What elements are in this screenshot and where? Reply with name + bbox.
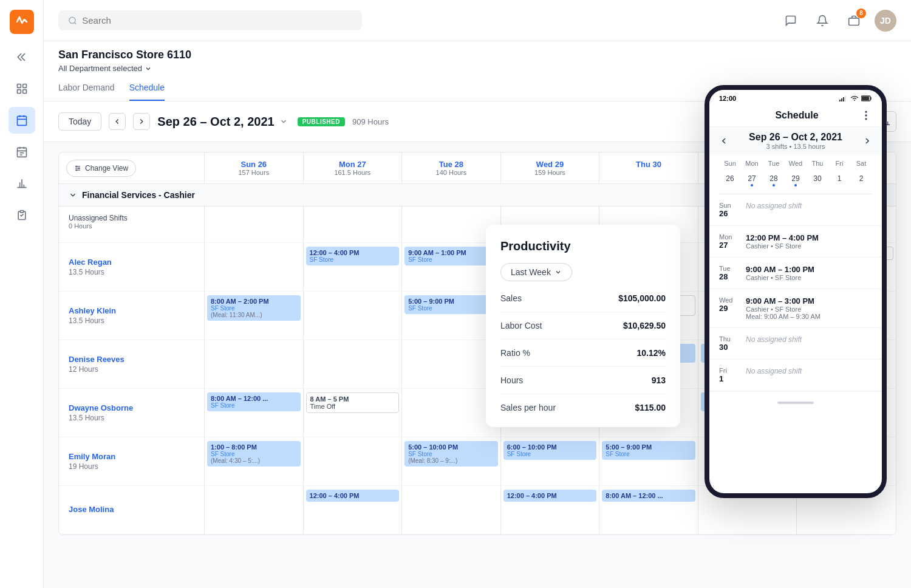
shift-jose-wed[interactable]: 12:00 – 4:00 PM bbox=[501, 486, 600, 534]
dropdown-icon[interactable] bbox=[279, 117, 288, 126]
shift-block[interactable]: 8:00 AM – 2:00 PM SF Store (Meal: 11:30 … bbox=[207, 295, 301, 321]
mobile-cal-1[interactable]: 1 bbox=[828, 172, 850, 189]
employee-name-denise[interactable]: Denise Reeves bbox=[69, 355, 194, 364]
sidebar-item-tasks[interactable] bbox=[9, 202, 35, 228]
mobile-cal-28[interactable]: 28 bbox=[763, 172, 785, 189]
search-box[interactable] bbox=[58, 10, 362, 30]
sidebar-item-reports[interactable] bbox=[9, 170, 35, 197]
shift-ashley-mon bbox=[304, 292, 403, 340]
svg-rect-1 bbox=[22, 84, 26, 88]
tab-labor-demand[interactable]: Labor Demand bbox=[58, 78, 115, 101]
shift-emily-thu[interactable]: 5:00 – 9:00 PM SF Store bbox=[599, 437, 698, 485]
shift-jose-mon[interactable]: 12:00 – 4:00 PM bbox=[304, 486, 403, 534]
productivity-row-labor: Labor Cost $10,629.50 bbox=[500, 321, 666, 340]
change-view-cell: Change View bbox=[59, 152, 205, 183]
shift-block[interactable]: 5:00 – 10:00 PM SF Store (Meal: 8:30 – 9… bbox=[404, 441, 498, 467]
mobile-prev-icon[interactable] bbox=[719, 136, 729, 146]
employee-name-alec[interactable]: Alec Regan bbox=[69, 258, 194, 267]
employee-hours-emily: 19 Hours bbox=[69, 462, 194, 471]
shift-block[interactable]: 1:00 – 8:00 PM SF Store (Meal: 4:30 – 5:… bbox=[207, 441, 301, 467]
svg-rect-15 bbox=[845, 96, 846, 101]
shift-ashley-sun[interactable]: 8:00 AM – 2:00 PM SF Store (Meal: 11:30 … bbox=[205, 292, 304, 340]
mobile-cal-29[interactable]: 29 bbox=[785, 172, 807, 189]
shift-emily-sun[interactable]: 1:00 – 8:00 PM SF Store (Meal: 4:30 – 5:… bbox=[205, 437, 304, 485]
mobile-cal-2[interactable]: 2 bbox=[850, 172, 872, 189]
chevron-down-icon[interactable] bbox=[69, 191, 77, 199]
shift-alec-mon[interactable]: 12:00 – 4:00 PM SF Store bbox=[304, 243, 403, 291]
time-off-block[interactable]: 8 AM – 5 PM Time Off bbox=[306, 392, 400, 413]
mobile-week-sub: 3 shifts • 13.5 hours bbox=[749, 143, 842, 150]
employee-info-dwayne: Dwayne Osborne 13.5 Hours bbox=[59, 389, 205, 437]
productivity-rows: Sales $105,000.00 Labor Cost $10,629.50 … bbox=[500, 293, 666, 412]
employee-info-alec: Alec Regan 13.5 Hours bbox=[59, 243, 205, 291]
list-item: Thu 30 No assigned shift bbox=[709, 328, 882, 360]
shift-block[interactable]: 12:00 – 4:00 PM SF Store bbox=[306, 247, 400, 265]
published-badge: PUBLISHED bbox=[298, 117, 345, 126]
change-view-button[interactable]: Change View bbox=[66, 160, 136, 177]
user-avatar[interactable]: JD bbox=[875, 10, 896, 32]
mobile-home-indicator bbox=[777, 402, 814, 404]
chevron-right-icon bbox=[137, 117, 146, 126]
shift-block[interactable]: 6:00 – 10:00 PM SF Store bbox=[503, 441, 597, 460]
date-range: Sep 26 – Oct 2, 2021 bbox=[157, 115, 287, 129]
shift-emily-tue[interactable]: 5:00 – 10:00 PM SF Store (Meal: 8:30 – 9… bbox=[402, 437, 501, 485]
shift-dwayne-sun[interactable]: 8:00 AM – 12:00 ... SF Store bbox=[205, 389, 304, 437]
sidebar-item-dashboard[interactable] bbox=[9, 75, 35, 102]
svg-point-7 bbox=[69, 17, 75, 23]
more-options-icon[interactable] bbox=[860, 109, 872, 121]
next-week-button[interactable] bbox=[133, 113, 150, 130]
mobile-schedule-list: Sun 26 No assigned shift Mon 27 12:00 PM… bbox=[709, 194, 882, 391]
shift-jose-thu[interactable]: 8:00 AM – 12:00 ... bbox=[599, 486, 698, 534]
header-actions: 8 JD bbox=[780, 10, 896, 32]
employee-hours-alec: 13.5 Hours bbox=[69, 268, 194, 276]
shift-block[interactable]: 8:00 AM – 12:00 ... SF Store bbox=[207, 392, 301, 411]
mobile-cal-30[interactable]: 30 bbox=[807, 172, 828, 189]
shift-block[interactable]: 12:00 – 4:00 PM bbox=[306, 490, 400, 502]
shift-block[interactable]: 8:00 AM – 12:00 ... bbox=[602, 490, 695, 502]
tab-schedule[interactable]: Schedule bbox=[129, 78, 165, 101]
briefcase-button[interactable]: 8 bbox=[843, 10, 865, 32]
shift-block[interactable]: 5:00 – 9:00 PM SF Store bbox=[404, 295, 498, 314]
app-logo[interactable] bbox=[10, 10, 34, 34]
productivity-filter[interactable]: Last Week bbox=[500, 263, 572, 281]
employee-info-emily: Emily Moran 19 Hours bbox=[59, 437, 205, 485]
mobile-time: 12:00 bbox=[719, 95, 736, 102]
shift-block[interactable]: 5:00 – 9:00 PM SF Store bbox=[602, 441, 695, 460]
list-item: Tue 28 9:00 AM – 1:00 PM Cashier • SF St… bbox=[709, 258, 882, 289]
employee-info-ashley: Ashley Klein 13.5 Hours bbox=[59, 292, 205, 340]
prev-week-button[interactable] bbox=[109, 113, 126, 130]
unassigned-sun bbox=[205, 207, 304, 242]
employee-info-denise: Denise Reeves 12 Hours bbox=[59, 340, 205, 388]
mobile-next-icon[interactable] bbox=[862, 136, 872, 146]
mobile-phone-overlay: 12:00 Schedule Sep 26 – Oct 2, 2021 3 sh… bbox=[705, 85, 887, 498]
sidebar-item-timeoff[interactable] bbox=[9, 138, 35, 165]
mobile-cal-27[interactable]: 27 bbox=[741, 172, 763, 189]
list-item: Sun 26 No assigned shift bbox=[709, 194, 882, 226]
employee-name-dwayne[interactable]: Dwayne Osborne bbox=[69, 403, 194, 412]
shift-emily-wed[interactable]: 6:00 – 10:00 PM SF Store bbox=[501, 437, 600, 485]
mobile-cal-26[interactable]: 26 bbox=[719, 172, 741, 189]
shift-denise-sun bbox=[205, 340, 304, 388]
department-filter[interactable]: All Department selected bbox=[58, 64, 896, 73]
sidebar-item-collapse[interactable] bbox=[9, 44, 35, 70]
employee-name-ashley[interactable]: Ashley Klein bbox=[69, 306, 194, 315]
svg-rect-17 bbox=[862, 97, 869, 100]
shift-block[interactable]: 9:00 AM – 1:00 PM SF Store bbox=[404, 247, 498, 265]
list-item: Mon 27 12:00 PM – 4:00 PM Cashier • SF S… bbox=[709, 226, 882, 258]
sidebar-item-schedule[interactable] bbox=[9, 107, 35, 134]
section-title: Financial Services - Cashier bbox=[82, 190, 195, 200]
shift-block[interactable]: 12:00 – 4:00 PM bbox=[503, 490, 597, 502]
search-input[interactable] bbox=[82, 15, 352, 26]
svg-rect-6 bbox=[20, 211, 23, 213]
mobile-calendar-dates: 26 27 28 29 30 1 2 bbox=[709, 172, 882, 194]
employee-name-emily[interactable]: Emily Moran bbox=[69, 452, 194, 461]
list-item: Fri 1 No assigned shift bbox=[709, 360, 882, 391]
chat-button[interactable] bbox=[780, 10, 802, 32]
shift-dwayne-mon[interactable]: 8 AM – 5 PM Time Off bbox=[304, 389, 403, 437]
today-button[interactable]: Today bbox=[58, 112, 101, 131]
notification-button[interactable] bbox=[811, 10, 833, 32]
productivity-row-ratio: Ratio % 10.12% bbox=[500, 348, 666, 367]
employee-name-jose[interactable]: Jose Molina bbox=[69, 505, 194, 514]
chevron-left-icon bbox=[113, 117, 121, 126]
search-icon bbox=[68, 16, 77, 26]
